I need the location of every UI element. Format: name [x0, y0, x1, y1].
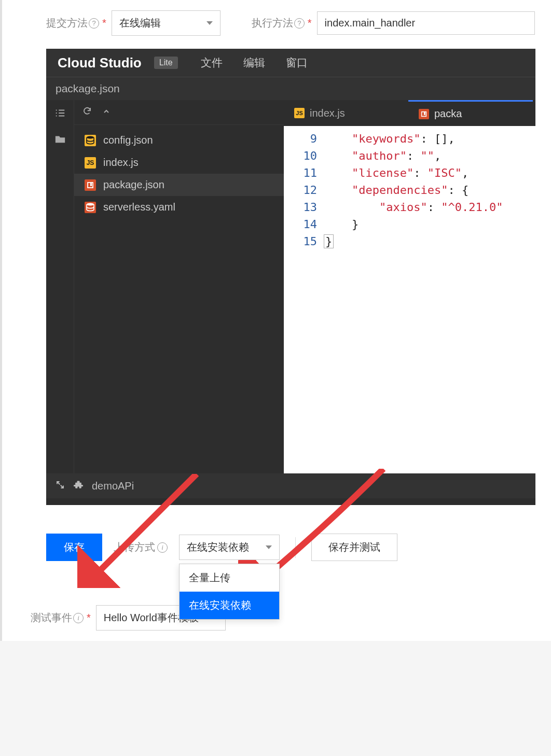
- file-item[interactable]: config.json: [74, 129, 284, 151]
- test-event-label: 测试事件 i *: [31, 611, 91, 625]
- editor-pathbar: package.json: [46, 77, 535, 100]
- file-item[interactable]: JS index.js: [74, 151, 284, 174]
- code-lines: "keywords": [], "author": "", "license":…: [324, 126, 535, 473]
- save-and-test-button[interactable]: 保存并测试: [311, 534, 397, 561]
- menu-edit[interactable]: 编辑: [243, 55, 265, 70]
- save-button[interactable]: 保存: [46, 534, 102, 561]
- file-item[interactable]: package.json: [74, 174, 284, 196]
- menu-window[interactable]: 窗口: [286, 55, 308, 70]
- npm-icon: [419, 109, 429, 119]
- submit-method-group: 提交方法 ? * 在线编辑: [46, 10, 221, 36]
- code-editor: Cloud Studio Lite 文件 编辑 窗口 package.json: [46, 49, 535, 505]
- database-icon: [85, 135, 96, 146]
- file-item[interactable]: serverless.yaml: [74, 196, 284, 218]
- refresh-icon[interactable]: [82, 106, 92, 118]
- file-list: config.json JS index.js: [74, 125, 284, 218]
- help-icon[interactable]: ?: [294, 18, 305, 29]
- required-star: *: [102, 17, 106, 29]
- install-deps-dropdown: 全量上传 在线安装依赖: [179, 564, 280, 620]
- svg-point-4: [87, 203, 94, 205]
- editor-main: JS index.js packa: [284, 100, 535, 473]
- install-deps-select[interactable]: 在线安装依赖: [179, 535, 280, 560]
- editor-sidebar: config.json JS index.js: [74, 100, 284, 473]
- submit-method-select[interactable]: 在线编辑: [112, 10, 221, 36]
- file-name: index.js: [103, 157, 139, 169]
- code-area[interactable]: 9101112131415 "keywords": [], "author": …: [284, 126, 535, 473]
- js-icon: JS: [85, 157, 96, 169]
- exec-method-label: 执行方法 ? *: [252, 16, 312, 30]
- npm-icon: [85, 179, 96, 191]
- chevron-down-icon: [266, 545, 272, 549]
- collapse-icon[interactable]: [102, 106, 111, 118]
- database-icon: [85, 202, 96, 213]
- puzzle-icon[interactable]: [73, 480, 84, 493]
- tab-package-json[interactable]: packa: [408, 100, 533, 126]
- file-name: package.json: [103, 179, 164, 191]
- info-icon[interactable]: i: [157, 542, 168, 553]
- tab-index-js[interactable]: JS index.js: [284, 100, 408, 126]
- status-project: demoAPi: [92, 480, 134, 492]
- file-name: config.json: [103, 134, 153, 146]
- editor-brand: Cloud Studio: [58, 55, 142, 71]
- required-star: *: [87, 612, 91, 624]
- required-star: *: [308, 17, 312, 29]
- exec-method-input[interactable]: index.main_handler: [317, 11, 535, 35]
- editor-statusbar: demoAPi: [46, 473, 535, 498]
- exec-method-group: 执行方法 ? * index.main_handler: [252, 11, 535, 35]
- fullscreen-icon[interactable]: [56, 480, 65, 492]
- divider: [295, 537, 296, 558]
- svg-rect-7: [424, 111, 425, 115]
- outline-icon[interactable]: [54, 107, 66, 121]
- svg-rect-3: [90, 183, 92, 186]
- dropdown-option-install-online[interactable]: 在线安装依赖: [180, 592, 279, 619]
- js-icon: JS: [294, 108, 305, 118]
- lite-badge: Lite: [154, 57, 178, 69]
- help-icon[interactable]: ?: [89, 18, 99, 29]
- folder-icon[interactable]: [54, 134, 66, 147]
- line-gutter: 9101112131415: [284, 126, 324, 473]
- menu-file[interactable]: 文件: [201, 55, 223, 70]
- info-icon[interactable]: i: [73, 613, 84, 623]
- file-name: serverless.yaml: [103, 201, 175, 213]
- submit-method-label: 提交方法 ? *: [46, 16, 106, 30]
- svg-point-0: [87, 136, 94, 138]
- actions-row: 保存 上传方式 i 在线安装依赖 全量上传 在线安装依赖 保: [18, 505, 535, 574]
- chevron-down-icon: [206, 21, 213, 25]
- upload-mode-label: 上传方式 i: [114, 540, 168, 554]
- dropdown-option-full-upload[interactable]: 全量上传: [180, 564, 279, 592]
- editor-menubar: Cloud Studio Lite 文件 编辑 窗口: [46, 49, 535, 77]
- editor-tabs: JS index.js packa: [284, 100, 535, 126]
- submit-exec-row: 提交方法 ? * 在线编辑 执行方法 ? *: [18, 10, 535, 36]
- editor-activity-bar: [46, 100, 74, 473]
